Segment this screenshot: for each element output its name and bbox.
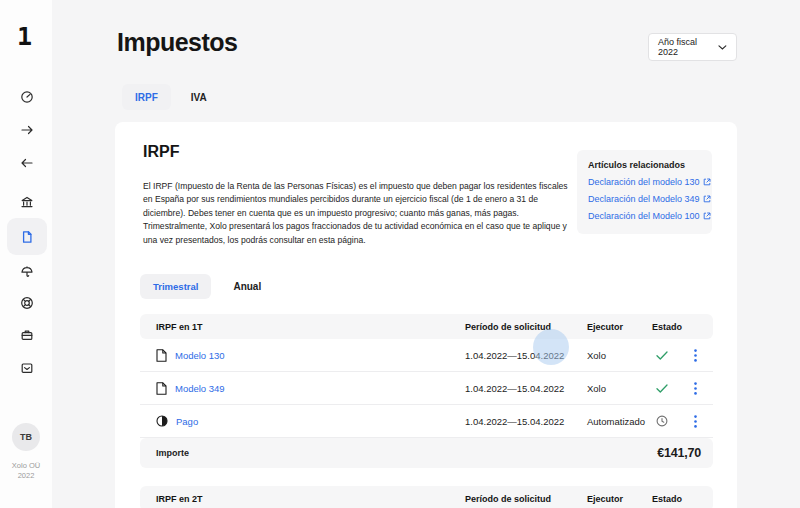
sidebar-item-bank[interactable]: [7, 185, 47, 219]
period-value: 1.04.2022—15.04.2022: [465, 405, 564, 437]
total-label: Importe: [156, 438, 189, 468]
arrow-right-icon: [20, 123, 34, 137]
section-description: El IRPF (Impuesto de la Renta de las Per…: [143, 180, 579, 247]
external-link-icon: [703, 178, 711, 186]
org-name: Xolo OÜ: [0, 461, 52, 471]
tab-anual[interactable]: Anual: [233, 281, 261, 292]
app-window: 1 TB Xolo OÜ 2022: [0, 0, 800, 508]
related-link-label: Declaración del modelo 130: [588, 177, 700, 187]
tax-type-tabs: IRPF IVA: [122, 84, 207, 110]
kebab-menu-icon: [694, 382, 697, 395]
column-status: Estado: [652, 314, 682, 339]
section-heading: IRPF: [143, 143, 179, 161]
briefcase-icon: [20, 328, 34, 342]
table-total-row: Importe €141,70: [140, 438, 713, 468]
related-link-label: Declaración del Modelo 100: [588, 211, 700, 221]
related-link-modelo-349[interactable]: Declaración del Modelo 349: [588, 194, 701, 204]
bank-icon: [20, 195, 34, 209]
sidebar-item-dashboard[interactable]: [7, 80, 47, 114]
executor-value: Xolo: [587, 372, 606, 404]
document-icon: [156, 349, 167, 362]
related-link-label: Declaración del Modelo 349: [588, 194, 700, 204]
sidebar-item-support[interactable]: [7, 286, 47, 320]
tab-iva[interactable]: IVA: [191, 92, 207, 103]
sidebar-item-inbox[interactable]: [7, 351, 47, 385]
user-avatar[interactable]: TB: [12, 423, 40, 451]
status-pending-icon: [656, 405, 668, 437]
table-row: Modelo 349 1.04.2022—15.04.2022 Xolo: [140, 372, 713, 405]
lifebuoy-icon: [20, 296, 34, 310]
table-header: IRPF en 1T Período de solicitud Ejecutor…: [140, 314, 713, 339]
period-value: 1.04.2022—15.04.2022: [465, 372, 564, 404]
tab-trimestral[interactable]: Trimestral: [140, 274, 211, 299]
payment-link[interactable]: Pago: [176, 416, 198, 427]
related-link-modelo-130[interactable]: Declaración del modelo 130: [588, 177, 701, 187]
coin-icon: [156, 415, 168, 427]
document-icon: [20, 230, 34, 244]
table-title: IRPF en 2T: [156, 486, 203, 508]
arrow-left-icon: [20, 156, 34, 170]
table-header: IRPF en 2T Período de solicitud Ejecutor…: [140, 486, 713, 508]
row-menu-button[interactable]: [690, 405, 701, 437]
external-link-icon: [703, 195, 711, 203]
sidebar-item-insurance[interactable]: [7, 255, 47, 289]
umbrella-icon: [20, 265, 34, 279]
org-year: 2022: [0, 471, 52, 481]
kebab-menu-icon: [694, 349, 697, 362]
period-value: 1.04.2022—15.04.2022: [465, 339, 564, 371]
related-articles-box: Artículos relacionados Declaración del m…: [577, 150, 712, 234]
column-status: Estado: [652, 486, 682, 508]
model-link[interactable]: Modelo 130: [175, 350, 225, 361]
status-done-icon: [656, 372, 668, 404]
related-articles-title: Artículos relacionados: [588, 160, 701, 170]
sidebar-item-taxes[interactable]: [7, 218, 47, 255]
gauge-icon: [20, 90, 34, 104]
fiscal-year-label: Año fiscal 2022: [658, 37, 718, 57]
sidebar-item-business[interactable]: [7, 318, 47, 352]
table-row: Modelo 130 1.04.2022—15.04.2022 Xolo: [140, 339, 713, 372]
tab-irpf[interactable]: IRPF: [122, 84, 171, 110]
related-link-modelo-100[interactable]: Declaración del Modelo 100: [588, 211, 701, 221]
row-menu-button[interactable]: [690, 372, 701, 404]
executor-value: Automatizado: [587, 405, 645, 437]
app-logo[interactable]: 1: [17, 22, 32, 51]
status-done-icon: [656, 339, 668, 371]
sidebar-item-expenses[interactable]: [7, 146, 47, 180]
column-period: Período de solicitud: [465, 486, 551, 508]
column-executor: Ejecutor: [587, 486, 623, 508]
period-tabs: Trimestral Anual: [140, 274, 261, 299]
table-row: Pago 1.04.2022—15.04.2022 Automatizado: [140, 405, 713, 438]
irpf-2t-table: IRPF en 2T Período de solicitud Ejecutor…: [140, 486, 713, 508]
chevron-down-icon: [718, 45, 727, 50]
org-footer: Xolo OÜ 2022: [0, 461, 52, 481]
external-link-icon: [703, 212, 711, 220]
model-link[interactable]: Modelo 349: [175, 383, 225, 394]
column-executor: Ejecutor: [587, 314, 623, 339]
table-title: IRPF en 1T: [156, 314, 203, 339]
inbox-icon: [20, 361, 34, 375]
fiscal-year-dropdown[interactable]: Año fiscal 2022: [648, 33, 737, 61]
kebab-menu-icon: [694, 415, 697, 428]
total-amount: €141,70: [657, 438, 701, 468]
column-period: Período de solicitud: [465, 314, 551, 339]
document-icon: [156, 382, 167, 395]
row-menu-button[interactable]: [690, 339, 701, 371]
executor-value: Xolo: [587, 339, 606, 371]
sidebar-item-income[interactable]: [7, 113, 47, 147]
sidebar: 1 TB Xolo OÜ 2022: [0, 0, 52, 508]
irpf-1t-table: IRPF en 1T Período de solicitud Ejecutor…: [140, 314, 713, 468]
page-title: Impuestos: [117, 28, 238, 57]
irpf-card: IRPF El IRPF (Impuesto de la Renta de la…: [115, 122, 737, 508]
